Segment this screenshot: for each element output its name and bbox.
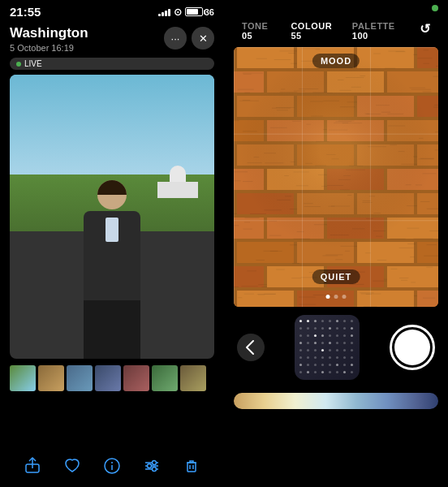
thumbnail-3[interactable] <box>67 365 93 391</box>
thumbnail-1[interactable] <box>10 365 36 391</box>
green-indicator <box>432 5 438 11</box>
person-figure <box>71 180 153 359</box>
status-bar-right <box>224 0 448 15</box>
svg-point-9 <box>152 468 156 472</box>
person-legs <box>84 300 140 359</box>
live-badge[interactable]: LIVE <box>10 58 214 70</box>
thumbnail-7[interactable] <box>180 365 206 391</box>
palette-value: 100 <box>352 31 368 41</box>
share-button[interactable] <box>18 451 47 481</box>
colour-label: COLOUR <box>291 21 332 31</box>
palette-dot-grid <box>299 320 355 376</box>
person-head <box>97 180 127 209</box>
adjust-button[interactable] <box>137 451 166 481</box>
battery-icon: 36 <box>185 7 214 17</box>
back-button[interactable] <box>237 334 265 361</box>
thumbnail-5[interactable] <box>123 365 149 391</box>
left-panel: 21:55 ⊙ 36 Washington 5 October 16:19 · <box>0 0 224 487</box>
palette-picker[interactable] <box>295 315 360 380</box>
edit-tabs: TONE 05 COLOUR 55 PALETTE 100 ↺ <box>224 15 448 47</box>
capitol-base <box>157 182 198 198</box>
battery-percent: 36 <box>205 7 214 17</box>
right-bottom-controls <box>224 307 448 388</box>
photo-title: Washington <box>10 25 88 41</box>
trash-button[interactable] <box>177 451 206 481</box>
colour-value: 55 <box>291 31 301 41</box>
colour-tab[interactable]: COLOUR 55 <box>282 18 343 44</box>
close-button[interactable]: ✕ <box>192 27 214 50</box>
color-strip[interactable] <box>234 393 438 409</box>
right-panel: TONE 05 COLOUR 55 PALETTE 100 ↺ MOOD QUI… <box>224 0 448 487</box>
brick-photo: MOOD QUIET <box>234 47 438 307</box>
svg-rect-10 <box>187 463 196 472</box>
status-icons: ⊙ 36 <box>158 6 214 18</box>
thumbnail-6[interactable] <box>152 365 178 391</box>
svg-point-3 <box>111 462 113 463</box>
photo-header: Washington 5 October 16:19 ··· ✕ <box>0 22 224 58</box>
thumbnail-2[interactable] <box>38 365 64 391</box>
tone-value: 05 <box>242 31 252 41</box>
capitol-dome <box>170 166 186 182</box>
live-label: LIVE <box>24 59 42 68</box>
page-dot-1[interactable] <box>326 295 330 299</box>
page-dot-2[interactable] <box>334 295 338 299</box>
signal-icon <box>158 8 170 16</box>
svg-point-7 <box>152 461 156 465</box>
capture-inner <box>394 330 430 365</box>
bottom-toolbar <box>0 445 224 487</box>
thumbnail-strip <box>0 359 224 396</box>
main-photo <box>10 75 214 359</box>
mood-label: MOOD <box>312 54 360 68</box>
svg-point-8 <box>147 464 151 468</box>
person-hair <box>97 180 127 195</box>
quiet-label: QUIET <box>312 269 360 284</box>
thumbnail-4[interactable] <box>95 365 121 391</box>
person-collar <box>106 218 118 242</box>
capitol-building <box>157 166 198 198</box>
refresh-tab[interactable]: ↺ <box>411 18 439 44</box>
tone-label: TONE <box>242 21 268 31</box>
capture-button[interactable] <box>390 325 435 370</box>
photo-date: 5 October 16:19 <box>10 43 88 53</box>
page-dot-3[interactable] <box>342 295 347 299</box>
more-options-button[interactable]: ··· <box>164 27 187 50</box>
info-button[interactable] <box>97 451 127 481</box>
heart-button[interactable] <box>58 451 87 481</box>
grid-overlay <box>234 47 438 307</box>
page-dots <box>326 295 347 299</box>
header-actions: ··· ✕ <box>164 27 214 50</box>
wifi-icon: ⊙ <box>174 6 182 18</box>
person-body <box>84 211 140 300</box>
time-display: 21:55 <box>10 5 41 19</box>
status-bar-left: 21:55 ⊙ 36 <box>0 0 224 22</box>
live-dot <box>16 62 21 67</box>
palette-tab[interactable]: PALETTE 100 <box>344 18 411 44</box>
sky-background <box>10 75 214 175</box>
palette-label: PALETTE <box>352 21 395 31</box>
tone-tab[interactable]: TONE 05 <box>234 18 282 44</box>
